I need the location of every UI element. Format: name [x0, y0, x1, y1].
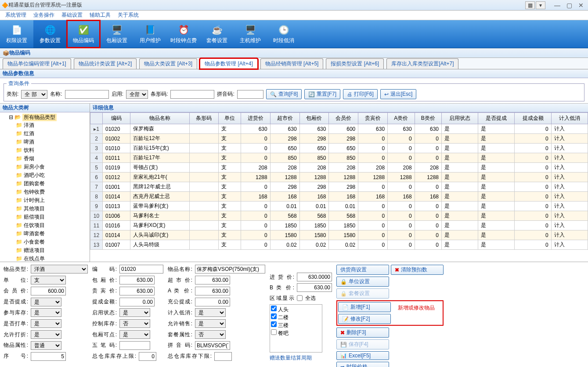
save-button[interactable]: 💾 保存[F4]	[336, 339, 389, 349]
tree-item[interactable]: 📁团购套餐	[16, 180, 88, 188]
table-row[interactable]: 901013蓝带马爹利(支)支00.010.010.01000是是0计入	[90, 201, 588, 211]
itemname-input[interactable]	[195, 265, 265, 273]
column-header[interactable]: 进货价	[241, 113, 270, 124]
low-select[interactable]: 是	[195, 308, 226, 317]
toolbar-button[interactable]: 🖥️包厢设置	[100, 20, 133, 48]
region-checkbox[interactable]	[271, 321, 277, 327]
print-button[interactable]: 🖨 打印[F6]	[343, 89, 378, 99]
column-header[interactable]: 超市价	[270, 113, 299, 124]
table-row[interactable]: 601012皇家礼炮21年(支1288128812881288128812881…	[90, 173, 588, 182]
tcamt-input[interactable]	[119, 298, 155, 306]
table-row[interactable]: 1301007人头马特级支00.020.020.02000是是0计入	[90, 240, 588, 250]
tree-item[interactable]: 📁在线点单	[16, 255, 88, 262]
tree-root[interactable]: 所有物品类型	[22, 114, 57, 121]
items-table[interactable]: 编码物品名称条形码单位进货价超市价包厢价会员价贵宾价A类价B类价启用状态是否提成…	[90, 112, 588, 250]
itemprop-select[interactable]: 普通	[31, 341, 61, 350]
column-header[interactable]: B类价	[415, 113, 441, 124]
region-checkbox[interactable]	[271, 313, 277, 319]
query-button[interactable]: 🔍 查询[F8]	[266, 89, 302, 99]
supplier-button[interactable]: 供货商设置	[336, 265, 389, 275]
column-header[interactable]: 编码	[103, 113, 130, 124]
tree-item[interactable]: 📁包钟收费	[16, 188, 88, 196]
column-header[interactable]: 单位	[219, 113, 241, 124]
table-row[interactable]: 1101016马爹利XO(支)支0185018501850000是是0计入	[90, 221, 588, 230]
table-row[interactable]: ▸101020保罗梅森支630630630600630630630是是0计入	[90, 124, 588, 134]
delete-button[interactable]: ✖ 删除[F3]	[336, 327, 389, 338]
mustorder-select[interactable]: 是	[31, 319, 61, 328]
selectall-checkbox[interactable]	[297, 294, 303, 302]
menu-item[interactable]: 基础设置	[58, 11, 86, 19]
tab[interactable]: 库存出入库类型设置[Alt+7]	[386, 58, 458, 69]
ctrlstock-select[interactable]: 否	[119, 319, 150, 328]
tree-item[interactable]: 📁赠送项目	[16, 246, 88, 255]
unit-select[interactable]: 支	[31, 276, 66, 284]
toolbar-button[interactable]: 📘用户维护	[133, 20, 167, 48]
menu-item[interactable]: 辅助工具	[86, 11, 114, 19]
chongtc-input[interactable]	[195, 298, 230, 306]
code-input[interactable]	[119, 265, 163, 273]
column-header[interactable]: 贵宾价	[358, 113, 388, 124]
name-input[interactable]	[65, 90, 109, 99]
minimize-button[interactable]: —	[554, 2, 560, 9]
region-listbox[interactable]: 人头 二楼 三楼 餐吧	[270, 304, 322, 353]
column-header[interactable]: 包厢价	[299, 113, 329, 124]
enabled-select2[interactable]: 是	[119, 308, 150, 317]
mktprice-input[interactable]	[195, 276, 230, 284]
table-row[interactable]: 401011百龄坛17年支0850850850000是是0计入	[90, 153, 588, 163]
region-checkbox[interactable]	[271, 306, 277, 311]
enabled-select[interactable]: 全部	[126, 90, 148, 99]
bprice-input[interactable]	[297, 283, 332, 292]
tree-item[interactable]: 📁小食套餐	[16, 238, 88, 246]
reset-button[interactable]: 🔄 重置[F7]	[304, 89, 340, 99]
category-tree[interactable]: ⊟ 📂所有物品类型 📁洋酒📁红酒📁啤酒📁饮料📁香烟📁厨房小食📁酒吧小吃📁团购套餐…	[0, 112, 90, 262]
toolbar-button[interactable]: 📄权限设置	[0, 20, 33, 48]
tree-item[interactable]: 📁啤酒	[16, 138, 88, 146]
tree-item[interactable]: 📁饮料	[16, 146, 88, 155]
tree-item[interactable]: 📁啤酒套餐	[16, 230, 88, 238]
column-header[interactable]: 是否提成	[478, 113, 515, 124]
toolbar-button[interactable]: 🕒时段低消	[267, 20, 300, 48]
type-select[interactable]: 洋酒	[31, 265, 88, 273]
region-checkbox[interactable]	[271, 329, 277, 335]
clearpre-button[interactable]: ✖ 清除预扣数	[391, 265, 444, 275]
joinstock-select[interactable]: 是	[31, 308, 61, 317]
setset-button[interactable]: 🔒 套餐设置	[336, 288, 389, 299]
buyprice-input[interactable]	[297, 273, 332, 281]
toolbar-button[interactable]: ☕套餐设置	[200, 20, 234, 48]
memprice-input[interactable]	[31, 287, 66, 295]
table-row[interactable]: 301010百龄坛15年(支)支0650650650000是是0计入	[90, 144, 588, 153]
column-header[interactable]: 提成金额	[515, 113, 551, 124]
roomcanp-select[interactable]: 是	[119, 330, 150, 339]
wubi-input[interactable]	[119, 341, 150, 350]
tree-item[interactable]: 📁计时例上	[16, 196, 88, 205]
table-row[interactable]: 501019哥顿占(支)支208208208208208208208是是0计入	[90, 163, 588, 173]
tree-item[interactable]: 📁酒吧小吃	[16, 171, 88, 180]
add-button[interactable]: 📄 新增[F1]	[338, 302, 391, 312]
warelimit-input[interactable]	[139, 352, 156, 361]
tree-item[interactable]: 📁红酒	[16, 130, 88, 138]
tab[interactable]: 物品单位编码管理 [Alt+1]	[3, 58, 71, 69]
tree-item[interactable]: 📁厨房小食	[16, 163, 88, 171]
menu-item[interactable]: 关于系统	[114, 11, 142, 19]
toolbar-button[interactable]: 🖥️主机维护	[234, 20, 267, 48]
tab[interactable]: 物品参数管理 [Alt+4]	[200, 58, 258, 69]
tree-item[interactable]: 📁洋酒	[16, 121, 88, 130]
tree-item[interactable]: 📁赔偿项目	[16, 213, 88, 221]
menu-item[interactable]: 系统管理	[2, 11, 30, 19]
table-row[interactable]: 801014杰克丹尼威士忌支168168168168168168168是是0计入	[90, 192, 588, 201]
pinyin-input2[interactable]	[195, 341, 230, 350]
tab[interactable]: 物品统计类设置 [Alt+2]	[74, 58, 137, 69]
column-header[interactable]: 会员价	[329, 113, 358, 124]
menu-item[interactable]: 业务操作	[30, 11, 58, 19]
column-header[interactable]: A类价	[388, 113, 415, 124]
roomprice-input[interactable]	[119, 276, 155, 284]
category-select[interactable]: 全 部	[21, 90, 47, 99]
tab[interactable]: 物品大类设置 [Alt+3]	[139, 58, 197, 69]
edit-button[interactable]: 📝 修改[F2]	[338, 314, 391, 324]
tree-item[interactable]: 📁任饮项目	[16, 221, 88, 230]
close-button[interactable]: ✕	[578, 2, 584, 9]
warelow-input[interactable]	[214, 352, 232, 361]
pinyin-input[interactable]	[237, 90, 263, 99]
timeprice-button[interactable]: ➡ 时段价格	[336, 362, 389, 367]
allowsale-select[interactable]: 是	[195, 319, 226, 328]
